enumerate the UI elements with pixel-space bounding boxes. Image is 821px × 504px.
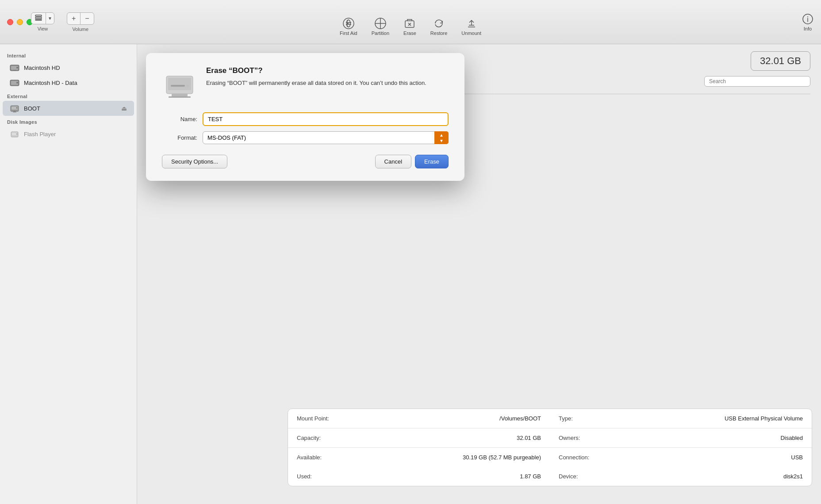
unmount-label: Unmount: [461, 31, 481, 36]
erase-icon: [403, 17, 416, 30]
partition-toolbar-item[interactable]: Partition: [364, 14, 396, 39]
first-aid-icon: [342, 17, 355, 30]
format-form-row: Format: MS-DOS (FAT) ExFAT Mac OS Extend…: [162, 131, 449, 144]
view-chevron-button[interactable]: ▼: [46, 13, 54, 24]
volume-label: Volume: [72, 27, 88, 32]
svg-rect-29: [169, 96, 191, 98]
erase-button[interactable]: Erase: [415, 155, 449, 168]
minimize-button[interactable]: [17, 19, 23, 25]
name-label: Name:: [162, 116, 197, 122]
unmount-icon: [465, 17, 478, 30]
view-toggle[interactable]: ▼: [31, 12, 54, 24]
svg-point-20: [16, 107, 18, 109]
dialog-description: Erasing “BOOT” will permanently erase al…: [206, 79, 449, 88]
view-list-button[interactable]: [31, 13, 46, 24]
dialog-form: Name: Format: MS-DOS (FAT) ExFAT Mac OS …: [162, 112, 449, 144]
dialog-btn-right: Cancel Erase: [375, 155, 449, 168]
format-label: Format:: [162, 134, 197, 141]
internal-section-header: Internal: [0, 50, 137, 60]
window-controls: [7, 19, 33, 25]
restore-label: Restore: [430, 31, 448, 36]
format-select[interactable]: MS-DOS (FAT) ExFAT Mac OS Extended (Jour…: [203, 131, 449, 144]
info-icon: [802, 13, 814, 25]
sidebar-item-macintosh-hd-label: Macintosh HD: [24, 65, 127, 71]
name-input[interactable]: [203, 112, 449, 126]
eject-icon[interactable]: ⏏: [121, 105, 127, 112]
sidebar-item-boot[interactable]: BOOT ⏏: [3, 101, 134, 116]
cancel-button[interactable]: Cancel: [375, 155, 411, 168]
name-form-row: Name:: [162, 112, 449, 126]
erase-dialog: Erase “BOOT”? Erasing “BOOT” will perman…: [146, 53, 464, 181]
svg-rect-2: [35, 19, 42, 20]
main-layout: Internal Macintosh HD Macintos: [0, 44, 821, 504]
toolbar-center: First Aid Partition Erase: [333, 14, 488, 39]
first-aid-toolbar-item[interactable]: First Aid: [333, 14, 364, 39]
erase-label: Erase: [403, 31, 416, 36]
info-toolbar-item[interactable]: Info: [802, 13, 814, 31]
svg-point-12: [16, 67, 18, 69]
disk-icon: [10, 78, 19, 88]
svg-rect-28: [172, 94, 188, 96]
restore-toolbar-item[interactable]: Restore: [423, 14, 455, 39]
security-options-button[interactable]: Security Options...: [162, 155, 227, 168]
drive-icon: [162, 66, 197, 102]
sidebar: Internal Macintosh HD Macintos: [0, 44, 137, 504]
svg-rect-25: [168, 78, 191, 90]
svg-rect-26: [171, 85, 185, 87]
svg-rect-19: [13, 112, 16, 112]
volume-add-remove[interactable]: + −: [67, 12, 94, 25]
title-bar: ▼ View + − Volume Fir: [0, 0, 821, 44]
dialog-title: Erase “BOOT”?: [206, 66, 449, 75]
dialog-overlay: Erase “BOOT”? Erasing “BOOT” will perman…: [137, 44, 821, 504]
usb-disk-icon: [10, 103, 19, 113]
image-disk-icon: [10, 129, 19, 139]
disk-images-section-header: Disk Images: [0, 116, 137, 126]
dialog-header: Erase “BOOT”? Erasing “BOOT” will perman…: [162, 66, 449, 102]
sidebar-item-macintosh-hd[interactable]: Macintosh HD: [3, 60, 134, 75]
dialog-buttons: Security Options... Cancel Erase: [162, 155, 449, 168]
svg-rect-1: [35, 17, 42, 19]
toolbar-left: ▼ View + − Volume: [31, 12, 94, 32]
disk-icon: [10, 63, 19, 73]
erase-toolbar-item[interactable]: Erase: [396, 14, 423, 39]
sidebar-item-macintosh-hd-data[interactable]: Macintosh HD - Data: [3, 75, 134, 90]
sidebar-item-boot-label: BOOT: [24, 105, 117, 112]
view-label: View: [38, 26, 48, 31]
dialog-title-area: Erase “BOOT”? Erasing “BOOT” will perman…: [206, 66, 449, 88]
dialog-btn-left: Security Options...: [162, 155, 227, 168]
restore-icon: [433, 17, 445, 30]
svg-point-8: [807, 16, 808, 17]
info-label: Info: [804, 26, 812, 31]
svg-rect-0: [35, 15, 42, 16]
first-aid-label: First Aid: [340, 31, 357, 36]
svg-point-23: [16, 134, 18, 135]
svg-point-27: [186, 84, 189, 87]
partition-icon: [374, 17, 387, 30]
svg-rect-11: [13, 70, 16, 71]
svg-rect-18: [14, 111, 15, 112]
sidebar-item-macintosh-hd-data-label: Macintosh HD - Data: [24, 80, 127, 86]
unmount-toolbar-item[interactable]: Unmount: [454, 14, 488, 39]
close-button[interactable]: [7, 19, 13, 25]
sidebar-item-flash-player[interactable]: Flash Player: [3, 126, 134, 141]
format-select-wrapper: MS-DOS (FAT) ExFAT Mac OS Extended (Jour…: [203, 131, 449, 144]
sidebar-item-flash-player-label: Flash Player: [24, 131, 127, 137]
add-volume-button[interactable]: +: [67, 13, 80, 24]
remove-volume-button[interactable]: −: [80, 13, 93, 24]
content-area: 32.01 GB: [137, 44, 821, 504]
svg-point-15: [16, 82, 18, 84]
partition-label: Partition: [372, 31, 389, 36]
external-section-header: External: [0, 90, 137, 101]
